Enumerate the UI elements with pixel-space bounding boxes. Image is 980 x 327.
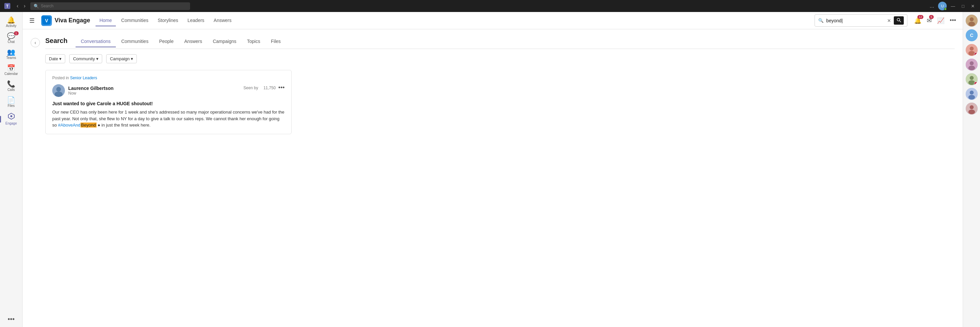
svg-point-3 xyxy=(10,115,12,117)
tab-files[interactable]: Files xyxy=(266,36,286,47)
svg-point-17 xyxy=(970,46,974,51)
right-avatar-6[interactable] xyxy=(966,88,978,100)
svg-point-26 xyxy=(970,91,974,94)
filter-campaign-button[interactable]: Campaign ▾ xyxy=(106,54,137,63)
seen-label: Seen by xyxy=(243,86,258,90)
nav-forward-button[interactable]: › xyxy=(22,2,27,10)
engage-search-input[interactable] xyxy=(826,18,885,23)
sidebar-item-calendar[interactable]: 📅 Calendar xyxy=(3,62,20,78)
sidebar-item-files[interactable]: 📄 Files xyxy=(3,94,20,110)
tab-topics[interactable]: Topics xyxy=(242,36,266,47)
svg-text:V: V xyxy=(45,18,48,23)
search-header: Search Conversations Communities People … xyxy=(45,36,955,49)
calls-icon: 📞 xyxy=(7,81,15,87)
svg-point-13 xyxy=(968,22,975,26)
engage-more-button[interactable]: ••• xyxy=(948,16,957,25)
notifications-button[interactable]: 🔔 12 xyxy=(913,16,923,26)
sidebar-item-activity[interactable]: 🔔 Activity xyxy=(3,14,20,30)
filter-community-button[interactable]: Community ▾ xyxy=(69,54,102,63)
svg-point-27 xyxy=(968,95,975,100)
filter-campaign-label: Campaign xyxy=(110,56,129,61)
close-button[interactable]: ✕ xyxy=(968,2,977,10)
post-location-group[interactable]: Senior Leaders xyxy=(70,76,97,80)
right-avatar-5[interactable] xyxy=(966,73,978,85)
post-time: Now xyxy=(68,91,113,96)
post-location-label: Posted in xyxy=(52,76,69,80)
titlebar: T ‹ › 🔍 ... U — □ ✕ xyxy=(0,0,980,12)
maximize-button[interactable]: □ xyxy=(959,2,967,10)
nav-home[interactable]: Home xyxy=(95,15,116,26)
svg-line-7 xyxy=(899,21,901,22)
filter-community-label: Community xyxy=(73,56,95,61)
sidebar-item-calls-label: Calls xyxy=(7,88,14,92)
svg-point-9 xyxy=(56,87,61,92)
sidebar-item-chat[interactable]: 1 💬 Chat xyxy=(3,30,20,46)
sidebar-item-teams-label: Teams xyxy=(6,56,16,60)
engage-logo-icon: V xyxy=(41,15,52,26)
nav-back-button[interactable]: ‹ xyxy=(14,2,20,10)
sidebar-item-chat-label: Chat xyxy=(8,40,14,44)
right-avatar-4[interactable] xyxy=(966,59,978,70)
files-icon: 📄 xyxy=(7,97,15,103)
teams-app-icon: T xyxy=(3,1,12,11)
svg-point-21 xyxy=(968,65,975,70)
tab-communities[interactable]: Communities xyxy=(116,36,154,47)
sidebar-item-teams[interactable]: 👥 Teams xyxy=(3,46,20,62)
right-avatar-2[interactable]: C xyxy=(966,29,978,41)
filter-date-label: Date xyxy=(49,56,58,61)
more-options-button[interactable]: ... xyxy=(927,2,937,10)
messages-button[interactable]: ✉ 5 xyxy=(925,16,933,26)
svg-text:T: T xyxy=(6,4,9,9)
post-seen-area: Seen by 11,750 ••• xyxy=(243,84,285,91)
right-avatar-7[interactable] xyxy=(966,102,978,115)
analytics-button[interactable]: 📈 xyxy=(936,16,946,26)
minimize-button[interactable]: — xyxy=(948,2,958,10)
filter-date-button[interactable]: Date ▾ xyxy=(45,54,65,63)
post-title: Just wanted to give Carole a HUGE shouto… xyxy=(52,101,285,106)
teams-icon: 👥 xyxy=(7,49,15,55)
tab-conversations[interactable]: Conversations xyxy=(76,36,116,47)
post-author-info: Laurence Gilbertson Now xyxy=(68,86,113,96)
nav-storylines[interactable]: Storylines xyxy=(154,15,182,26)
tab-people[interactable]: People xyxy=(154,36,179,47)
post-hashtag[interactable]: #AboveAnd xyxy=(58,123,80,128)
nav-answers[interactable]: Answers xyxy=(210,15,236,26)
post-highlight: Beyond xyxy=(81,123,97,128)
tab-answers[interactable]: Answers xyxy=(179,36,208,47)
engage-logo-text: Viva Engage xyxy=(55,17,90,24)
post-card: Posted in Senior Leaders xyxy=(45,70,291,134)
svg-point-30 xyxy=(968,110,975,114)
sidebar-item-calls[interactable]: 📞 Calls xyxy=(3,78,20,94)
post-author-name[interactable]: Laurence Gilbertson xyxy=(68,86,113,91)
seen-count: 11,750 xyxy=(263,86,275,90)
right-avatar-3[interactable] xyxy=(966,44,978,56)
svg-text:C: C xyxy=(970,33,973,38)
nav-leaders[interactable]: Leaders xyxy=(183,15,208,26)
post-author-avatar xyxy=(52,84,65,97)
hamburger-button[interactable]: ☰ xyxy=(28,16,36,26)
online-status-dot xyxy=(944,8,947,10)
svg-point-10 xyxy=(55,92,62,97)
user-avatar[interactable]: U xyxy=(938,2,947,10)
nav-communities[interactable]: Communities xyxy=(117,15,153,26)
titlebar-search-input[interactable] xyxy=(41,4,187,8)
post-location: Posted in Senior Leaders xyxy=(52,76,285,80)
sidebar-more-button[interactable]: ••• xyxy=(3,314,20,324)
svg-point-23 xyxy=(970,76,974,80)
svg-point-20 xyxy=(970,61,974,65)
app-layout: 🔔 Activity 1 💬 Chat 👥 Teams 📅 Calendar 📞… xyxy=(0,12,980,327)
right-avatar-3-badge xyxy=(974,52,978,56)
sidebar-item-engage[interactable]: Engage xyxy=(3,110,20,128)
post-more-button[interactable]: ••• xyxy=(278,84,285,91)
titlebar-nav: ‹ › xyxy=(14,2,28,10)
back-button[interactable]: ‹ xyxy=(30,38,40,47)
post-header: Laurence Gilbertson Now Seen by 11,750 xyxy=(52,84,285,97)
activity-icon: 🔔 xyxy=(7,17,15,23)
engage-search-clear-button[interactable]: ✕ xyxy=(887,18,891,23)
engage-search-submit-button[interactable] xyxy=(894,16,904,25)
engage-search-bar: 🔍 ✕ xyxy=(815,14,907,27)
tab-campaigns[interactable]: Campaigns xyxy=(207,36,242,47)
right-avatar-1[interactable] xyxy=(966,14,978,27)
search-tabs: Conversations Communities People Answers… xyxy=(76,36,286,47)
avatar-initials: U xyxy=(941,4,944,8)
